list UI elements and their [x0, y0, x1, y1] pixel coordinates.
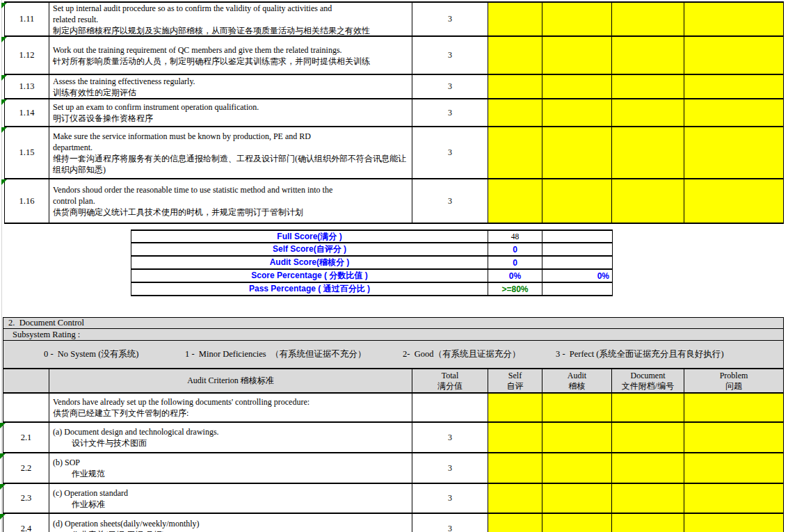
self-score-cell[interactable]: [488, 99, 542, 126]
total-score-cell[interactable]: 3: [412, 127, 488, 178]
criterion-cell: (b) SOP 作业规范: [49, 453, 412, 483]
table-row: Vendors have already set up the followin…: [3, 394, 784, 423]
document-cell[interactable]: [612, 484, 684, 513]
row-number: 2.1: [3, 423, 49, 452]
summary-row: Audit Score(稽核分 ) 0: [131, 257, 613, 270]
criterion-line: 作业表单(日报,周报,月报): [53, 529, 165, 532]
criterion-line: 明订仪器设备操作资格程序: [53, 113, 153, 124]
audit-score-cell[interactable]: [542, 37, 612, 74]
header-total: Total 满分值: [412, 369, 488, 392]
comment-indicator-icon: [1, 179, 7, 185]
document-cell[interactable]: [612, 37, 684, 74]
criterion-line: 维持一套沟通程序将服务有关的信息通报给制造、工程及设计部门(确认组织外部不符合讯…: [53, 153, 406, 164]
audit-table-section2: Audit Criterion 稽核标准 Total 满分值 Self 自评 A…: [3, 369, 784, 532]
comment-indicator-icon: [0, 484, 6, 490]
score-percentage-value2[interactable]: 0%: [542, 270, 613, 282]
self-score-cell[interactable]: [488, 423, 542, 452]
audit-score-cell[interactable]: [542, 394, 612, 421]
audit-score-cell[interactable]: [542, 127, 612, 178]
problem-cell[interactable]: [684, 75, 784, 98]
problem-cell[interactable]: [684, 127, 784, 178]
header-self-cn: 自评: [507, 381, 524, 392]
audit-score-extra[interactable]: [542, 257, 613, 268]
audit-score-cell[interactable]: [542, 179, 612, 223]
audit-score-cell[interactable]: [542, 75, 612, 98]
problem-cell[interactable]: [684, 99, 784, 126]
self-score-cell[interactable]: [488, 179, 542, 223]
problem-cell[interactable]: [684, 453, 784, 483]
comment-indicator-icon: [0, 453, 6, 459]
row-number: 1.12: [5, 37, 49, 74]
audit-score-value[interactable]: 0: [488, 257, 542, 268]
criterion-line: (b) SOP: [53, 457, 80, 468]
audit-score-cell[interactable]: [542, 3, 612, 35]
header-problem-cn: 问题: [725, 381, 742, 392]
criterion-line: related result.: [53, 14, 98, 25]
audit-score-cell[interactable]: [542, 99, 612, 126]
problem-cell[interactable]: [684, 423, 784, 452]
problem-cell[interactable]: [684, 514, 784, 532]
audit-score-cell[interactable]: [542, 514, 612, 532]
self-score-cell[interactable]: [488, 75, 542, 98]
rating-2: 2- Good（有系统且证据充分）: [403, 348, 520, 360]
criterion-line: 设计文件与技术图面: [53, 437, 147, 449]
total-score-cell[interactable]: 3: [412, 484, 488, 513]
total-score-cell[interactable]: 3: [412, 75, 488, 98]
criterion-line: department.: [53, 142, 93, 153]
self-score-cell[interactable]: [488, 453, 542, 483]
total-score-cell[interactable]: 3: [412, 453, 488, 483]
document-cell[interactable]: [612, 453, 684, 483]
document-cell[interactable]: [612, 99, 684, 126]
full-score-value[interactable]: 48: [488, 231, 542, 242]
header-document-en: Document: [631, 371, 666, 381]
total-score-cell[interactable]: 3: [412, 99, 488, 126]
criterion-line: 制定内部稽核程序以规划及实施内部稽核，从而验证各项质量活动与相关结果之有效性: [53, 25, 370, 36]
pass-percentage-extra[interactable]: [542, 283, 613, 295]
self-score-cell[interactable]: [488, 514, 542, 532]
audit-score-cell[interactable]: [542, 423, 612, 452]
total-score-cell[interactable]: 3: [412, 514, 488, 532]
criterion-line: Vendors have already set up the followin…: [53, 396, 309, 408]
criterion-cell: Assess the training effectiveness regula…: [49, 75, 412, 98]
pass-percentage-value[interactable]: >=80%: [488, 283, 542, 295]
total-score-cell[interactable]: 3: [412, 179, 488, 223]
problem-cell[interactable]: [684, 3, 784, 35]
header-number: [3, 369, 49, 392]
header-total-cn: 满分值: [437, 381, 463, 392]
comment-indicator-icon: [1, 37, 7, 42]
problem-cell[interactable]: [684, 484, 784, 513]
header-self: Self 自评: [488, 369, 542, 392]
self-score-value[interactable]: 0: [488, 243, 542, 255]
total-score-cell[interactable]: [412, 394, 488, 421]
full-score-extra[interactable]: [542, 231, 613, 242]
document-cell[interactable]: [612, 127, 684, 178]
self-score-cell[interactable]: [488, 37, 542, 74]
row-number: [3, 394, 49, 421]
criterion-cell: Vendors shoud order the reasonable time …: [49, 179, 412, 223]
total-score-cell[interactable]: 3: [412, 37, 488, 74]
audit-score-cell[interactable]: [542, 484, 612, 513]
problem-cell[interactable]: [684, 179, 784, 223]
summary-row: Full Score(满分 ) 48: [131, 231, 613, 243]
self-score-cell[interactable]: [488, 127, 542, 178]
criterion-line: 作业规范: [53, 468, 105, 479]
problem-cell[interactable]: [684, 37, 784, 74]
self-score-cell[interactable]: [488, 394, 542, 421]
total-score-cell[interactable]: 3: [412, 3, 488, 35]
self-score-cell[interactable]: [488, 484, 542, 513]
document-cell[interactable]: [612, 3, 684, 35]
self-score-extra[interactable]: [542, 243, 613, 255]
problem-cell[interactable]: [684, 394, 784, 421]
document-cell[interactable]: [612, 394, 684, 421]
total-score-cell[interactable]: 3: [412, 423, 488, 452]
document-cell[interactable]: [612, 75, 684, 98]
row-number: 2.4: [3, 514, 49, 532]
criterion-line: 供货商已经建立下列文件管制的程序:: [53, 408, 188, 419]
audit-score-cell[interactable]: [542, 453, 612, 483]
document-cell[interactable]: [612, 179, 684, 223]
document-cell[interactable]: [612, 423, 684, 452]
score-percentage-value[interactable]: 0%: [488, 270, 542, 282]
criterion-line: Work out the training requirement of QC …: [53, 45, 342, 56]
self-score-cell[interactable]: [488, 3, 542, 35]
document-cell[interactable]: [612, 514, 684, 532]
